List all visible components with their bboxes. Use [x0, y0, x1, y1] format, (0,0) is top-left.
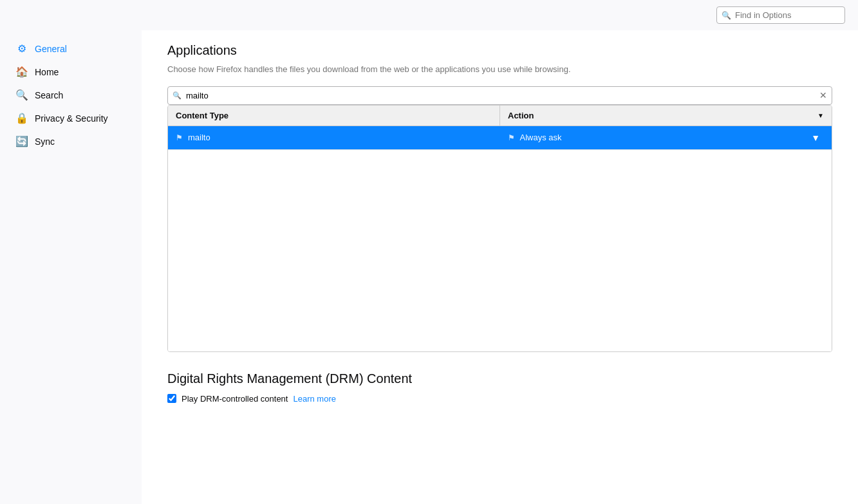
content-type-cell: ⚑ mailto	[168, 126, 500, 149]
drm-section: Digital Rights Management (DRM) Content …	[167, 371, 832, 404]
lock-icon: 🔒	[15, 112, 28, 124]
content-type-header-label: Content Type	[176, 111, 228, 120]
sidebar-item-search-label: Search	[35, 90, 63, 100]
filter-search-icon: 🔍	[173, 91, 182, 100]
table-empty-area	[168, 150, 832, 343]
action-flag-icon: ⚑	[508, 133, 515, 142]
table-body: ⚑ mailto ⚑ Always ask ▼	[168, 126, 832, 351]
sidebar-item-sync[interactable]: 🔄 Sync	[5, 130, 136, 153]
sidebar-item-privacy[interactable]: 🔒 Privacy & Security	[5, 107, 136, 129]
table-header: Content Type Action ▼	[168, 106, 832, 126]
content-type-header: Content Type	[168, 106, 499, 126]
search-icon: 🔍	[15, 89, 28, 101]
sidebar-item-sync-label: Sync	[35, 136, 55, 147]
content-type-value: mailto	[188, 133, 210, 142]
home-icon: 🏠	[15, 66, 28, 78]
drm-option: Play DRM-controlled content Learn more	[167, 394, 832, 404]
action-value: Always ask	[520, 133, 562, 142]
table-row[interactable]: ⚑ mailto ⚑ Always ask ▼	[168, 126, 832, 150]
applications-filter-input[interactable]	[167, 86, 832, 105]
applications-section: Applications Choose how Firefox handles …	[167, 43, 832, 352]
top-bar: 🔍	[0, 0, 858, 30]
sort-arrow-icon: ▼	[817, 112, 824, 119]
sidebar-item-general[interactable]: ⚙ General	[5, 37, 136, 60]
filter-wrapper: 🔍 ✕	[167, 86, 832, 105]
sidebar-item-privacy-label: Privacy & Security	[35, 113, 108, 124]
content-area: Applications Choose how Firefox handles …	[142, 30, 858, 504]
sync-icon: 🔄	[15, 135, 28, 147]
applications-description: Choose how Firefox handles the files you…	[167, 63, 832, 76]
applications-table: Content Type Action ▼ ⚑ mailto	[167, 105, 832, 352]
action-header: Action ▼	[500, 106, 832, 126]
action-cell: ⚑ Always ask ▼	[500, 126, 832, 149]
drm-title: Digital Rights Management (DRM) Content	[167, 371, 832, 386]
sidebar-item-general-label: General	[35, 44, 67, 54]
find-search-icon: 🔍	[722, 11, 731, 20]
gear-icon: ⚙	[15, 42, 28, 55]
sidebar: ⚙ General 🏠 Home 🔍 Search 🔒 Privacy & Se…	[0, 30, 142, 504]
applications-title: Applications	[167, 43, 832, 58]
mailto-flag-icon: ⚑	[176, 133, 183, 142]
sidebar-item-home-label: Home	[35, 67, 59, 77]
find-options-input[interactable]	[716, 6, 845, 24]
sidebar-item-search[interactable]: 🔍 Search	[5, 84, 136, 106]
drm-checkbox[interactable]	[167, 394, 176, 403]
action-dropdown-button[interactable]: ▼	[807, 131, 824, 144]
sidebar-item-home[interactable]: 🏠 Home	[5, 61, 136, 83]
drm-label[interactable]: Play DRM-controlled content	[182, 394, 288, 404]
main-layout: ⚙ General 🏠 Home 🔍 Search 🔒 Privacy & Se…	[0, 30, 858, 504]
action-header-label: Action	[508, 111, 534, 120]
find-input-wrapper: 🔍	[716, 6, 845, 24]
drm-learn-more-link[interactable]: Learn more	[293, 394, 335, 404]
clear-filter-button[interactable]: ✕	[818, 91, 828, 100]
